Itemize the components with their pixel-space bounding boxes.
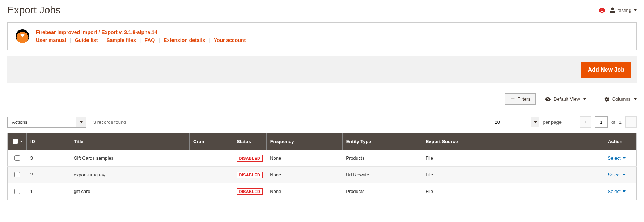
filters-label: Filters <box>518 96 530 102</box>
user-icon <box>609 7 616 13</box>
cell-export-source: File <box>422 150 604 167</box>
link-separator: | <box>101 37 103 43</box>
page-title: Export Jobs <box>7 4 593 16</box>
eye-icon <box>545 96 551 102</box>
chevron-down-icon <box>634 98 637 100</box>
notifications-badge: 1 <box>599 8 605 13</box>
link-separator: | <box>209 37 210 43</box>
row-action-select[interactable]: Select <box>608 172 626 177</box>
cell-id: 1 <box>27 183 70 200</box>
columns-button[interactable]: Columns <box>604 96 637 102</box>
cell-frequency: None <box>266 167 342 183</box>
cell-action: Select <box>604 167 637 183</box>
cell-title: gift card <box>70 183 190 200</box>
row-action-select[interactable]: Select <box>608 189 626 194</box>
info-link[interactable]: Sample files <box>106 37 136 43</box>
cell-id: 2 <box>27 167 70 183</box>
cell-cron <box>190 150 233 167</box>
col-action[interactable]: Action <box>604 133 637 150</box>
col-title[interactable]: Title <box>70 133 190 150</box>
per-page-select[interactable] <box>491 117 539 127</box>
link-separator: | <box>70 37 71 43</box>
cell-export-source: File <box>422 167 604 183</box>
info-link[interactable]: FAQ <box>144 37 155 43</box>
cell-entity-type: Products <box>342 183 422 200</box>
add-new-job-button[interactable]: Add New Job <box>581 62 631 78</box>
prev-page-button[interactable] <box>580 116 591 128</box>
table-row: 1gift cardDISABLEDNoneProductsFileSelect <box>8 183 637 200</box>
cell-frequency: None <box>266 183 342 200</box>
of-label: of <box>611 120 615 125</box>
cell-entity-type: Products <box>342 150 422 167</box>
gear-icon <box>604 96 610 102</box>
status-badge: DISABLED <box>237 188 263 195</box>
extension-info-panel: Firebear Improved Import / Export v. 3.1… <box>7 22 637 50</box>
filters-button[interactable]: Filters <box>505 93 536 105</box>
chevron-down-icon <box>531 117 539 127</box>
cell-status: DISABLED <box>233 167 267 183</box>
cell-cron <box>190 183 233 200</box>
info-link[interactable]: Your account <box>214 37 246 43</box>
status-badge: DISABLED <box>237 172 263 178</box>
info-link[interactable]: User manual <box>36 37 66 43</box>
col-id[interactable]: ID↑ <box>27 133 70 150</box>
current-page-input[interactable] <box>595 116 608 128</box>
cell-action: Select <box>604 150 637 167</box>
firebear-logo <box>16 29 29 43</box>
info-link[interactable]: Guide list <box>75 37 98 43</box>
chevron-down-icon[interactable] <box>20 141 23 142</box>
status-badge: DISABLED <box>237 155 263 162</box>
link-separator: | <box>140 37 141 43</box>
link-separator: | <box>158 37 160 43</box>
chevron-down-icon <box>623 190 626 192</box>
chevron-down-icon <box>623 174 626 176</box>
toolbar-separator <box>595 94 595 105</box>
col-status[interactable]: Status <box>233 133 267 150</box>
columns-label: Columns <box>612 96 631 102</box>
per-page-label: per page <box>543 120 562 125</box>
cell-action: Select <box>604 183 637 200</box>
default-view-label: Default View <box>554 96 580 102</box>
row-checkbox[interactable] <box>14 155 20 161</box>
cell-entity-type: Url Rewrite <box>342 167 422 183</box>
col-entity-type[interactable]: Entity Type <box>342 133 422 150</box>
row-checkbox[interactable] <box>14 189 20 194</box>
table-row: 3Gift Cards samplesDISABLEDNoneProductsF… <box>8 150 637 167</box>
cell-status: DISABLED <box>233 183 267 200</box>
col-checkbox <box>8 133 27 150</box>
funnel-icon <box>510 97 515 101</box>
cell-status: DISABLED <box>233 150 267 167</box>
chevron-right-icon <box>629 120 633 124</box>
user-menu[interactable]: testing <box>609 7 637 13</box>
extension-title: Firebear Improved Import / Export v. 3.1… <box>36 29 246 35</box>
total-pages: 1 <box>619 120 622 125</box>
next-page-button[interactable] <box>625 116 637 128</box>
default-view-button[interactable]: Default View <box>545 96 586 102</box>
col-frequency[interactable]: Frequency <box>266 133 342 150</box>
chevron-left-icon <box>584 120 587 124</box>
chevron-down-icon <box>583 98 586 100</box>
cell-cron <box>190 167 233 183</box>
bulk-actions-label: Actions <box>7 117 76 128</box>
chevron-down-icon <box>634 9 637 11</box>
cell-export-source: File <box>422 183 604 200</box>
cell-title: export-uruguay <box>70 167 190 183</box>
bulk-actions-select[interactable]: Actions <box>7 117 86 128</box>
cell-frequency: None <box>266 150 342 167</box>
per-page-input[interactable] <box>491 117 531 127</box>
row-checkbox[interactable] <box>14 172 20 177</box>
chevron-down-icon <box>76 117 86 128</box>
cell-id: 3 <box>27 150 70 167</box>
row-action-select[interactable]: Select <box>608 155 626 161</box>
table-row: 2export-uruguayDISABLEDNoneUrl RewriteFi… <box>8 167 637 183</box>
jobs-grid: ID↑ Title Cron Status Frequency Entity T… <box>7 133 637 200</box>
info-link[interactable]: Extension details <box>164 37 205 43</box>
records-found: 3 records found <box>93 120 126 125</box>
action-bar: Add New Job <box>7 56 637 83</box>
user-label: testing <box>618 8 631 13</box>
select-all-checkbox[interactable] <box>13 139 18 144</box>
chevron-down-icon <box>623 157 626 159</box>
col-export-source[interactable]: Export Source <box>422 133 604 150</box>
cell-title: Gift Cards samples <box>70 150 190 167</box>
col-cron[interactable]: Cron <box>190 133 233 150</box>
